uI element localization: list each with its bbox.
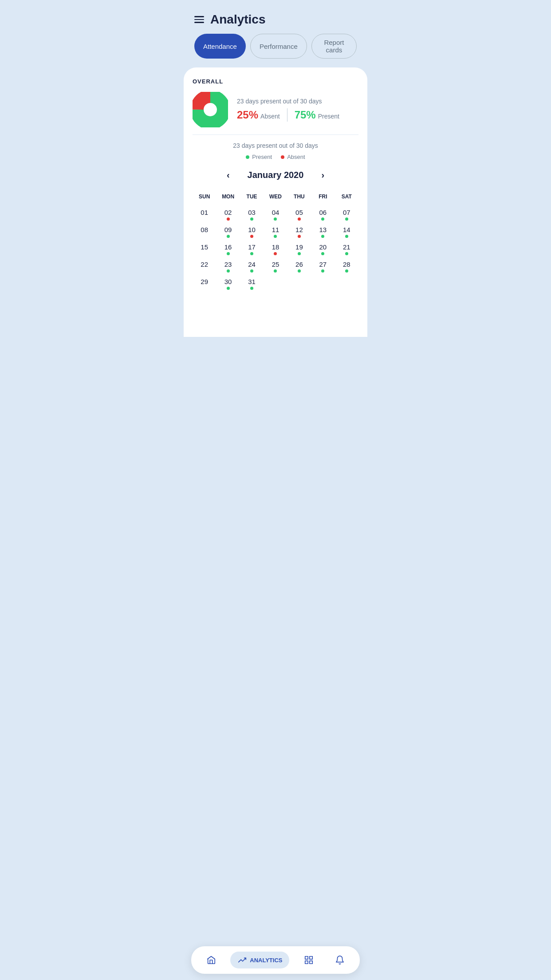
absent-stat: 25% Absent	[237, 109, 287, 121]
calendar-attendance-dot	[298, 269, 301, 273]
calendar-date-number: 04	[272, 209, 279, 216]
calendar-day-cell: 14	[335, 223, 358, 241]
section-overall-label: OVERALL	[193, 78, 358, 85]
present-percent: 75%	[295, 109, 316, 121]
calendar-attendance-dot	[345, 269, 348, 273]
calendar-date-number: 01	[201, 209, 208, 216]
calendar-attendance-dot	[274, 252, 277, 255]
calendar-attendance-dot	[321, 217, 324, 221]
calendar-attendance-dot	[298, 252, 301, 255]
calendar-day-cell: 15	[193, 241, 216, 258]
calendar-attendance-dot	[298, 287, 301, 290]
calendar-attendance-dot	[345, 287, 348, 290]
calendar-day-cell: 13	[311, 223, 335, 241]
overall-days-text: 23 days present out of 30 days	[237, 98, 358, 105]
legend-dot-present	[246, 155, 249, 159]
calendar-attendance-dot	[274, 217, 277, 221]
next-month-button[interactable]: ›	[317, 168, 329, 182]
calendar-attendance-dot	[298, 217, 301, 221]
calendar-day-cell: 08	[193, 223, 216, 241]
calendar-date-number: 31	[248, 278, 256, 285]
calendar-date-number: 03	[248, 209, 256, 216]
overall-row: 23 days present out of 30 days 25% Absen…	[193, 92, 358, 127]
tab-performance[interactable]: Performance	[250, 34, 307, 59]
legend-absent: Absent	[281, 154, 305, 160]
calendar-date-number: 21	[343, 243, 350, 251]
calendar-date-number: 07	[343, 209, 350, 216]
calendar-day-header: FRI	[311, 191, 335, 206]
calendar-date-number: 11	[272, 226, 279, 233]
calendar-day-header: THU	[287, 191, 311, 206]
calendar-date-number: 16	[224, 243, 232, 251]
calendar-day-cell: 28	[335, 258, 358, 275]
calendar-date-number: 09	[224, 226, 232, 233]
calendar-day-cell: 17	[240, 241, 264, 258]
calendar-date-number: 00	[343, 278, 350, 285]
calendar-attendance-dot	[227, 287, 230, 290]
calendar-attendance-dot	[345, 217, 348, 221]
calendar-day-cell: 07	[335, 206, 358, 223]
calendar-attendance-dot	[250, 235, 253, 238]
calendar-attendance-dot	[321, 235, 324, 238]
calendar-day-cell: 23	[216, 258, 240, 275]
tab-attendance[interactable]: Attendance	[194, 34, 246, 59]
prev-month-button[interactable]: ‹	[222, 168, 234, 182]
calendar-attendance-dot	[274, 287, 277, 290]
month-navigation: ‹ January 2020 ›	[193, 168, 358, 182]
calendar-day-cell: 27	[311, 258, 335, 275]
calendar-day-cell: 30	[216, 275, 240, 292]
calendar-day-cell: 06	[311, 206, 335, 223]
calendar-date-number: 19	[295, 243, 303, 251]
calendar-day-cell: 18	[264, 241, 287, 258]
calendar-attendance-dot	[227, 235, 230, 238]
calendar-day-header: SAT	[335, 191, 358, 206]
calendar-date-number: 17	[248, 243, 256, 251]
calendar-day-cell: 19	[287, 241, 311, 258]
calendar-day-header: WED	[264, 191, 287, 206]
tab-report-cards[interactable]: Report cards	[311, 34, 357, 59]
calendar-date-number: 20	[319, 243, 327, 251]
calendar-day-cell: 10	[240, 223, 264, 241]
legend-absent-label: Absent	[287, 154, 305, 160]
calendar-date-number: 18	[272, 243, 279, 251]
calendar-day-cell: 01	[193, 206, 216, 223]
tab-bar: Attendance Performance Report cards	[184, 34, 367, 67]
present-stat: 75% Present	[287, 109, 346, 121]
calendar-day-cell: 25	[264, 258, 287, 275]
legend-present: Present	[246, 154, 272, 160]
calendar-date-number: 06	[319, 209, 327, 216]
calendar-day-header: TUE	[240, 191, 264, 206]
calendar-date-number: 12	[295, 226, 303, 233]
calendar-attendance-dot	[345, 252, 348, 255]
calendar-date-number: 15	[201, 243, 208, 251]
calendar-attendance-dot	[227, 252, 230, 255]
absent-label: Absent	[260, 113, 280, 120]
calendar-date-number: 00	[295, 278, 303, 285]
calendar-date-number: 29	[201, 278, 208, 285]
calendar-date-number: 27	[319, 261, 327, 268]
calendar-date-number: 00	[272, 278, 279, 285]
calendar-date-number: 02	[224, 209, 232, 216]
legend-present-label: Present	[252, 154, 272, 160]
calendar-day-header: SUN	[193, 191, 216, 206]
calendar-day-header: MON	[216, 191, 240, 206]
calendar-date-number: 30	[224, 278, 232, 285]
percent-row: 25% Absent 75% Present	[237, 108, 358, 122]
menu-button[interactable]	[194, 16, 204, 23]
calendar-day-cell: 31	[240, 275, 264, 292]
calendar-attendance-dot	[203, 217, 206, 221]
calendar-attendance-dot	[321, 287, 324, 290]
calendar-day-cell: 11	[264, 223, 287, 241]
calendar-day-cell: 00	[335, 275, 358, 292]
calendar-date-number: 14	[343, 226, 350, 233]
calendar-attendance-dot	[203, 252, 206, 255]
present-label: Present	[318, 113, 339, 120]
calendar-day-cell: 16	[216, 241, 240, 258]
calendar-day-cell: 26	[287, 258, 311, 275]
calendar-date-number: 28	[343, 261, 350, 268]
calendar-date-number: 10	[248, 226, 256, 233]
section-divider	[193, 134, 358, 135]
page-title: Analytics	[210, 12, 266, 27]
calendar-day-cell: 04	[264, 206, 287, 223]
calendar-grid: SUNMONTUEWEDTHUFRISAT0102030405060708091…	[193, 191, 358, 292]
